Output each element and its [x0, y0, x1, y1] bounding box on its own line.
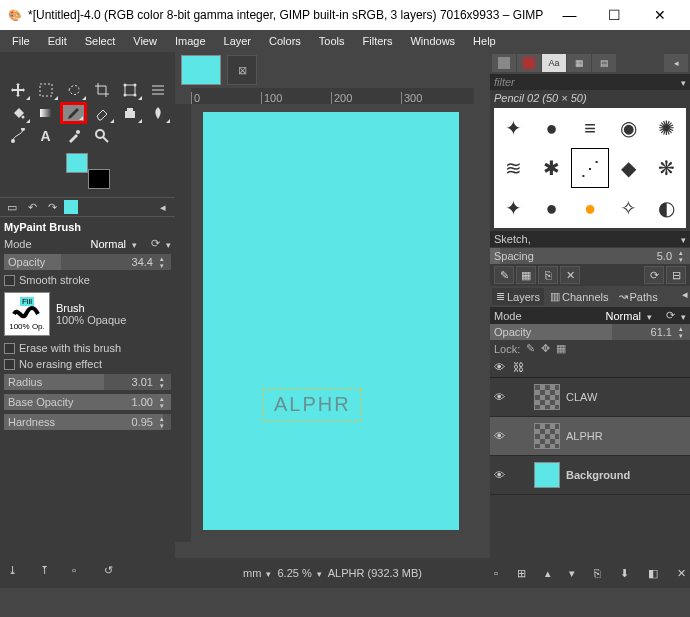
- brush-thumb[interactable]: ≋: [494, 148, 532, 188]
- lock-alpha-icon[interactable]: ▦: [556, 342, 566, 355]
- restore-preset-icon[interactable]: ⤒: [40, 564, 58, 582]
- menu-tools[interactable]: Tools: [311, 33, 353, 49]
- spacing-slider[interactable]: Spacing 5.0 ▴▾: [490, 248, 690, 264]
- delete-preset-icon[interactable]: ▫: [72, 564, 90, 582]
- smudge-tool[interactable]: [144, 102, 171, 124]
- layer-row-alphr[interactable]: 👁 ALPHR: [490, 417, 690, 456]
- opacity-slider[interactable]: Opacity 34.4 ▴▾: [4, 254, 171, 270]
- mypaint-brush-tool[interactable]: [60, 102, 87, 124]
- hardness-spinner[interactable]: ▴▾: [157, 415, 167, 429]
- delete-layer-icon[interactable]: ✕: [677, 567, 686, 580]
- menu-windows[interactable]: Windows: [402, 33, 463, 49]
- duplicate-layer-icon[interactable]: ⎘: [594, 567, 601, 580]
- image-tab-thumb[interactable]: [181, 55, 221, 85]
- erase-checkbox[interactable]: [4, 343, 15, 354]
- path-tool[interactable]: [4, 125, 31, 147]
- brush-thumb[interactable]: ◐: [648, 188, 686, 228]
- canvas[interactable]: ALPHR: [191, 104, 474, 542]
- duplicate-brush-icon[interactable]: ⎘: [538, 266, 558, 284]
- eraser-tool[interactable]: [88, 102, 115, 124]
- merge-layer-icon[interactable]: ⬇: [620, 567, 629, 580]
- menu-select[interactable]: Select: [77, 33, 124, 49]
- new-layer-icon[interactable]: ▫: [494, 567, 498, 580]
- tab-channels[interactable]: ▥Channels: [546, 288, 612, 305]
- layer-thumbnail[interactable]: [534, 423, 560, 449]
- transform-tool[interactable]: [116, 79, 143, 101]
- mask-layer-icon[interactable]: ◧: [648, 567, 658, 580]
- brush-thumb[interactable]: ⋰: [571, 148, 609, 188]
- close-button[interactable]: ✕: [637, 0, 682, 30]
- tooloptions-tab-icon[interactable]: ▭: [4, 200, 20, 214]
- lock-pixel-icon[interactable]: ✎: [526, 342, 535, 355]
- crop-tool[interactable]: [88, 79, 115, 101]
- menu-image[interactable]: Image: [167, 33, 214, 49]
- delete-brush-icon[interactable]: ✕: [560, 266, 580, 284]
- fonts-tab-icon[interactable]: Aa: [542, 54, 566, 72]
- raise-layer-icon[interactable]: ▴: [545, 567, 551, 580]
- shape-dropdown-icon[interactable]: [679, 233, 686, 245]
- brush-thumb[interactable]: ❋: [648, 148, 686, 188]
- layer-name[interactable]: ALPHR: [566, 430, 686, 442]
- clone-tool[interactable]: [116, 102, 143, 124]
- bucket-fill-tool[interactable]: [4, 102, 31, 124]
- radius-spinner[interactable]: ▴▾: [157, 375, 167, 389]
- maximize-button[interactable]: ☐: [592, 0, 637, 30]
- redo-icon[interactable]: ↷: [44, 200, 60, 214]
- edit-brush-icon[interactable]: ✎: [494, 266, 514, 284]
- color-picker-tool[interactable]: [60, 125, 87, 147]
- image-tab-close[interactable]: ⊠: [227, 55, 257, 85]
- brush-thumb[interactable]: ●: [532, 108, 570, 148]
- filter-dropdown-icon[interactable]: [679, 76, 686, 88]
- layer-mode-dropdown-icon[interactable]: [645, 310, 652, 322]
- brush-preview[interactable]: Fill 100% Op.: [4, 292, 50, 336]
- active-color-indicator[interactable]: [64, 200, 78, 214]
- undo-history-icon[interactable]: ↶: [24, 200, 40, 214]
- brush-grid[interactable]: ✦ ● ≡ ◉ ✺ ≋ ✱ ⋰ ◆ ❋ ✦ ● ● ✧ ◐: [494, 108, 686, 228]
- configure-tab-icon[interactable]: ◂: [682, 288, 688, 305]
- layer-reset-icon[interactable]: ⟳: [666, 309, 675, 322]
- reset-preset-icon[interactable]: ↺: [104, 564, 122, 582]
- baseopacity-slider[interactable]: Base Opacity 1.00 ▴▾: [4, 394, 171, 410]
- color-swatches[interactable]: [66, 153, 110, 189]
- canvas-page[interactable]: [203, 112, 459, 530]
- save-preset-icon[interactable]: ⤓: [8, 564, 26, 582]
- brush-thumb[interactable]: ✺: [648, 108, 686, 148]
- unit-selector[interactable]: mm: [243, 567, 271, 579]
- hardness-slider[interactable]: Hardness 0.95 ▴▾: [4, 414, 171, 430]
- menu-layer[interactable]: Layer: [216, 33, 260, 49]
- layer-thumbnail[interactable]: [534, 462, 560, 488]
- layer-opacity-spinner[interactable]: ▴▾: [676, 325, 686, 339]
- layer-name[interactable]: CLAW: [566, 391, 686, 403]
- brush-thumb[interactable]: ✦: [494, 108, 532, 148]
- tab-layers[interactable]: ≣Layers: [492, 288, 544, 305]
- configure-tab-icon[interactable]: ◂: [155, 200, 171, 214]
- layer-name[interactable]: Background: [566, 469, 686, 481]
- brush-thumb[interactable]: ✱: [532, 148, 570, 188]
- menu-view[interactable]: View: [125, 33, 165, 49]
- gradient-tool[interactable]: [32, 102, 59, 124]
- zoom-selector[interactable]: 6.25 %: [277, 567, 321, 579]
- layer-thumbnail[interactable]: [534, 384, 560, 410]
- layer-row-background[interactable]: 👁 Background: [490, 456, 690, 495]
- warp-tool[interactable]: [144, 79, 171, 101]
- noerase-checkbox[interactable]: [4, 359, 15, 370]
- brush-folder-icon[interactable]: ⊟: [666, 266, 686, 284]
- baseopacity-spinner[interactable]: ▴▾: [157, 395, 167, 409]
- mode-dropdown-icon[interactable]: [130, 238, 137, 250]
- menu-file[interactable]: File: [4, 33, 38, 49]
- brush-filter[interactable]: filter: [490, 74, 690, 90]
- layer-mode-value[interactable]: Normal: [606, 310, 641, 322]
- brush-shape-dropdown[interactable]: Sketch,: [490, 231, 690, 247]
- visibility-toggle[interactable]: 👁: [494, 391, 510, 403]
- new-group-icon[interactable]: ⊞: [517, 567, 526, 580]
- layer-reset-menu-icon[interactable]: [679, 310, 686, 322]
- reset-menu-icon[interactable]: [164, 238, 171, 250]
- rect-select-tool[interactable]: [32, 79, 59, 101]
- foreground-color-swatch[interactable]: [66, 153, 88, 173]
- layer-opacity-slider[interactable]: Opacity 61.1 ▴▾: [490, 324, 690, 340]
- opacity-spinner[interactable]: ▴▾: [157, 255, 167, 269]
- tab-paths[interactable]: ↝Paths: [615, 288, 662, 305]
- brush-thumb[interactable]: ◆: [609, 148, 647, 188]
- menu-edit[interactable]: Edit: [40, 33, 75, 49]
- mode-value[interactable]: Normal: [91, 238, 126, 250]
